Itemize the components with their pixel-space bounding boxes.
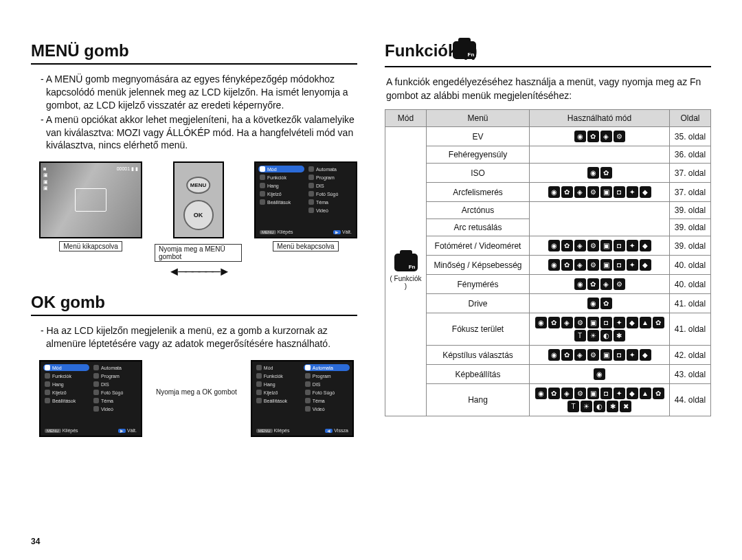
mode-badge-icon: ⚙: [614, 278, 625, 290]
th-page: Oldal: [670, 110, 711, 127]
page-cell: 41. oldal: [670, 313, 711, 346]
mode-badge-icon: ▣: [600, 259, 612, 271]
heading-funkciok: Funkciók ( ) Fn: [385, 41, 711, 67]
mode-badge-icon: ◈: [561, 388, 573, 399]
mode-badge-icon: ✿: [653, 317, 664, 328]
mode-badge-icon: ◉: [587, 167, 599, 179]
table-row: Arcfelismerés◉✿◈⚙▣◘✦◆37. oldal: [385, 183, 711, 202]
menu-cell: Arcfelismerés: [427, 183, 530, 202]
table-row: Hang◉✿◈⚙▣◘✦◆▲✿T☀◐✱✖44. oldal: [385, 384, 711, 416]
mode-badge-icon: ◈: [600, 278, 612, 290]
mode-badge-icon: ◉: [548, 240, 560, 251]
mode-badge-icon: ◈: [574, 259, 586, 271]
table-row: Fénymérés◉✿◈⚙40. oldal: [385, 275, 711, 294]
mode-badge-icon: ◉: [574, 278, 586, 290]
mode-badge-icon: ◈: [574, 349, 586, 361]
mode-badge-icon: ⚙: [587, 259, 599, 271]
page-cell: 42. oldal: [670, 346, 711, 365]
mode-badge-icon: ⚙: [587, 349, 599, 361]
mode-badge-icon: ▣: [600, 349, 612, 361]
table-row: Képstílus választás◉✿◈⚙▣◘✦◆42. oldal: [385, 346, 711, 365]
mode-badge-icon: ✦: [614, 388, 625, 399]
table-row: Képbeállítás◉43. oldal: [385, 365, 711, 384]
mode-badge-icon: ✿: [561, 240, 573, 251]
mode-badge-icon: ✱: [614, 330, 625, 341]
table-row: Drive◉✿41. oldal: [385, 294, 711, 313]
page-cell: 39. oldal: [670, 219, 711, 236]
page-cell: 39. oldal: [670, 236, 711, 256]
th-menu: Menü: [427, 110, 530, 127]
mode-badge-icon: ✿: [561, 259, 573, 271]
mode-badge-icon: ◈: [574, 240, 586, 251]
mode-badge-icon: ◆: [640, 349, 651, 361]
lcd-screenshot-ok-left: MódFunkciókHangKijelzőBeállítások Automa…: [39, 360, 142, 437]
mode-badge-icon: ◉: [587, 298, 599, 309]
camera-back-diagram: OK: [173, 161, 224, 238]
table-row: Fókusz terület◉✿◈⚙▣◘✦◆▲✿T☀◐✱41. oldal: [385, 313, 711, 346]
mode-badge-icon: ▣: [600, 186, 612, 198]
mode-badge-icon: ◘: [614, 186, 625, 198]
heading-ok-gomb: OK gomb: [31, 293, 357, 316]
menu-cell: Minőség / Képsebesség: [427, 256, 530, 275]
mode-badge-icon: ◘: [614, 240, 625, 251]
lcd-screenshot-ok-right: MódFunkciókHangKijelzőBeállítások Automa…: [251, 360, 354, 437]
menu-cell: Képbeállítás: [427, 365, 530, 384]
usable-mode-cell: [530, 146, 670, 164]
mode-badge-icon: ◉: [548, 349, 560, 361]
mode-badge-icon: ◉: [548, 186, 560, 198]
mode-badge-icon: ◐: [600, 330, 612, 341]
usable-mode-cell: ◉✿◈⚙▣◘✦◆▲✿T☀◐✱: [530, 313, 670, 346]
mode-badge-icon: ◆: [627, 317, 638, 328]
mode-badge-icon: ◈: [600, 131, 612, 142]
mode-badge-icon: ✦: [627, 259, 638, 271]
mode-badge-icon: ✿: [561, 349, 573, 361]
page-cell: 36. oldal: [670, 146, 711, 164]
mode-badge-icon: ✦: [627, 349, 638, 361]
label-press-ok: Nyomja meg a OK gombot: [156, 388, 237, 396]
mode-badge-icon: ◆: [640, 186, 651, 198]
mode-badge-icon: ✿: [587, 131, 599, 142]
mode-badge-icon: ◘: [614, 349, 625, 361]
mode-badge-icon: ⚙: [614, 131, 625, 142]
page-cell: 41. oldal: [670, 294, 711, 313]
mode-badge-icon: ◈: [574, 186, 586, 198]
mode-badge-icon: ✿: [600, 167, 612, 179]
funkciok-intro: A funkciók engedélyezéséhez használja a …: [385, 76, 711, 102]
mode-badge-icon: ✦: [627, 240, 638, 251]
caption-press-menu: Nyomja meg a MENÜ gombot: [155, 244, 242, 262]
usable-mode-cell: ◉✿: [530, 164, 670, 183]
mode-badge-icon: ◉: [548, 259, 560, 271]
usable-mode-cell: ◉✿◈⚙▣◘✦◆: [530, 236, 670, 256]
mode-badge-icon: ✿: [600, 298, 612, 309]
mode-badge-icon: ⚙: [587, 240, 599, 251]
ok-gomb-para-1: Ha az LCD kijelzőn megjelenik a menü, ez…: [31, 324, 357, 350]
menu-gomb-para-2: A menü opciókat akkor lehet megjeleníten…: [31, 113, 357, 153]
mode-badge-icon: ✱: [607, 401, 618, 412]
page-cell: 40. oldal: [670, 275, 711, 294]
mode-badge-icon: ✿: [548, 317, 560, 328]
caption-menu-off: Menü kikapcsolva: [59, 241, 122, 251]
fn-camera-icon: Fn: [394, 254, 418, 271]
mode-badge-icon: ⚙: [587, 186, 599, 198]
usable-mode-cell: ◉✿◈⚙▣◘✦◆: [530, 256, 670, 275]
mode-badge-icon: ◆: [640, 240, 651, 251]
mode-badge-icon: ◘: [600, 388, 612, 399]
menu-cell: Fénymérés: [427, 275, 530, 294]
usable-mode-cell: ◉✿◈⚙: [530, 127, 670, 146]
mode-badge-icon: T: [574, 330, 586, 341]
menu-cell: Fókusz terület: [427, 313, 530, 346]
heading-menu-gomb: MENÜ gomb: [31, 41, 357, 65]
mode-badge-icon: ◉: [574, 131, 586, 142]
menu-cell: Arc retusálás: [427, 219, 530, 236]
mode-badge-icon: ⚙: [574, 317, 586, 328]
th-mode: Mód: [385, 110, 427, 127]
page-cell: 37. oldal: [670, 183, 711, 202]
table-row: Fehéregyensúly36. oldal: [385, 146, 711, 164]
usable-mode-cell: ◉✿: [530, 294, 670, 313]
mode-badge-icon: ▲: [640, 388, 651, 399]
mode-badge-icon: ✖: [620, 401, 631, 412]
page-cell: 39. oldal: [670, 202, 711, 219]
mode-badge-icon: ☀: [587, 330, 599, 341]
menu-cell: EV: [427, 127, 530, 146]
page-cell: 43. oldal: [670, 365, 711, 384]
